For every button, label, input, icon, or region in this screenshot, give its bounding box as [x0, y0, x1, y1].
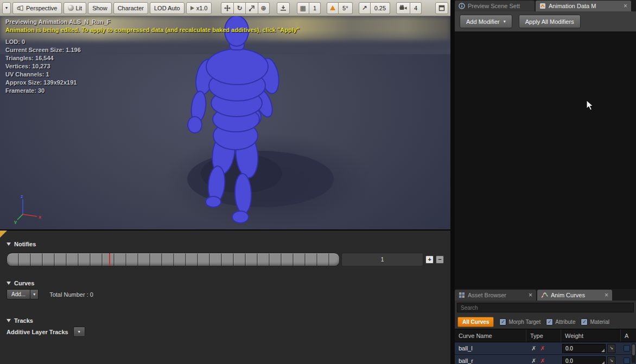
- all-curves-filter-button[interactable]: All Curves: [457, 317, 494, 327]
- morph-target-filter[interactable]: ✓ Morph Target: [499, 318, 540, 325]
- weight-value: 0.0: [565, 346, 573, 352]
- scrollbar-thumb[interactable]: [632, 344, 635, 355]
- animation-editor-window: ▾ Perspective Lit Show Character LOD Aut…: [0, 0, 636, 364]
- column-weight[interactable]: Weight: [561, 329, 621, 342]
- timeline-corner-marker: [0, 231, 7, 238]
- close-icon[interactable]: ×: [529, 292, 532, 298]
- morph-target-checkbox[interactable]: ✓: [499, 318, 506, 325]
- tab-anim-curves[interactable]: Anim Curves ×: [537, 290, 612, 301]
- weight-input[interactable]: 0.0: [562, 356, 606, 364]
- camera-speed-group: 4: [396, 2, 422, 14]
- perspective-icon: [17, 5, 24, 11]
- surface-snap-button[interactable]: [277, 2, 290, 14]
- modifiers-toolbar: Add Modifier ▾ Apply All Modifiers: [455, 11, 636, 32]
- show-button[interactable]: Show: [88, 2, 112, 14]
- curve-row-ball-l[interactable]: ball_l ✗ ✗ 0.0 ↘: [455, 342, 636, 355]
- expander-icon: [7, 319, 11, 322]
- tracks-section-header[interactable]: Tracks: [7, 317, 33, 324]
- add-notify-track-button[interactable]: +: [425, 256, 434, 264]
- info-icon: [459, 3, 465, 9]
- lod-stat: LOD: 0: [5, 38, 300, 46]
- camera-speed-value: 4: [414, 5, 417, 11]
- 3d-viewport[interactable]: z y x Previewing Animation ALS_N_Run_F A…: [0, 16, 450, 230]
- add-curve-button[interactable]: Add...: [7, 289, 30, 299]
- rotation-snap-value-button[interactable]: 5°: [339, 2, 353, 14]
- perspective-button[interactable]: Perspective: [12, 2, 61, 14]
- modifiers-empty-body: [455, 32, 636, 289]
- camera-speed-value-button[interactable]: 4: [410, 2, 422, 14]
- curve-type-cell: ✗ ✗: [526, 358, 561, 364]
- camera-icon: [399, 5, 407, 11]
- table-scrollbar[interactable]: [632, 343, 635, 363]
- play-icon: [190, 6, 194, 10]
- remove-notify-track-button[interactable]: −: [436, 256, 444, 264]
- uv-channels-stat: UV Channels: 1: [5, 71, 300, 79]
- curves-total-label: Total Number : 0: [49, 291, 93, 298]
- triangles-stat: Triangles: 16,544: [5, 54, 300, 62]
- add-modifier-label: Add Modifier: [466, 18, 500, 25]
- scale-snap-value-button[interactable]: 0.25: [371, 2, 390, 14]
- character-label: Character: [118, 5, 144, 11]
- notifies-track-row: 1 + −: [7, 252, 444, 266]
- previewing-animation-text: Previewing Animation ALS_N_Run_F: [5, 18, 300, 26]
- playback-speed-label: x1.0: [196, 5, 208, 11]
- maximize-viewport-button[interactable]: [435, 2, 448, 14]
- weight-input[interactable]: 0.0: [562, 344, 606, 353]
- weight-expand-button[interactable]: ↘: [607, 356, 615, 364]
- lit-button[interactable]: Lit: [63, 2, 87, 14]
- axis-z-label: z: [21, 194, 23, 199]
- column-curve-name[interactable]: Curve Name: [455, 329, 526, 342]
- add-curve-group: Add... ▾: [7, 289, 39, 299]
- auto-checkbox[interactable]: [624, 345, 630, 352]
- viewport-options-button[interactable]: ▾: [2, 2, 11, 14]
- additive-tracks-row: Additive Layer Tracks ▾: [7, 327, 85, 337]
- drag-corner-icon: [601, 361, 605, 364]
- search-input[interactable]: [457, 303, 634, 312]
- curves-section-header[interactable]: Curves: [7, 280, 34, 286]
- rotation-snap-group: 5°: [327, 2, 353, 14]
- tab-animation-data-modifiers[interactable]: Animation Data M ×: [536, 1, 631, 11]
- character-button[interactable]: Character: [113, 2, 148, 14]
- world-coordinate-icon: ⊕: [261, 5, 266, 11]
- transform-tools-group: ↻ ⊕: [221, 2, 269, 14]
- notifies-section-header[interactable]: Notifies: [7, 241, 36, 247]
- close-icon[interactable]: ×: [624, 3, 627, 9]
- column-auto[interactable]: A: [621, 329, 636, 342]
- check-icon: ✓: [501, 320, 505, 324]
- material-checkbox[interactable]: ✓: [581, 318, 588, 325]
- camera-speed-button[interactable]: [396, 2, 410, 14]
- rotate-tool-button[interactable]: ↻: [234, 2, 245, 14]
- apply-all-modifiers-button[interactable]: Apply All Modifiers: [519, 15, 581, 28]
- attribute-filter[interactable]: ✓ Attribute: [546, 318, 575, 325]
- add-curve-dropdown-button[interactable]: ▾: [30, 289, 39, 299]
- playback-speed-button[interactable]: x1.0: [186, 2, 212, 14]
- approx-size-stat: Approx Size: 139x92x191: [5, 79, 300, 87]
- tab-asset-browser[interactable]: Asset Browser ×: [455, 290, 536, 301]
- grid-snap-button[interactable]: ▦: [297, 2, 309, 14]
- rotation-snap-button[interactable]: [327, 2, 339, 14]
- lod-auto-button[interactable]: LOD Auto: [150, 2, 185, 14]
- translate-tool-button[interactable]: [221, 2, 234, 14]
- weight-expand-button[interactable]: ↘: [607, 344, 615, 353]
- add-modifier-button[interactable]: Add Modifier ▾: [460, 15, 512, 28]
- expand-icon: ↘: [609, 359, 613, 363]
- scale-snap-button[interactable]: ↗: [359, 2, 371, 14]
- tab-preview-scene-settings[interactable]: Preview Scene Sett: [455, 1, 535, 11]
- close-icon[interactable]: ×: [605, 292, 608, 298]
- additive-layer-tracks-dropdown[interactable]: ▾: [73, 327, 85, 337]
- column-type[interactable]: Type: [526, 329, 561, 342]
- material-filter[interactable]: ✓ Material: [581, 318, 609, 325]
- scale-tool-button[interactable]: [246, 2, 258, 14]
- bottom-dock-tabbar: Asset Browser × Anim Curves ×: [455, 289, 636, 301]
- auto-checkbox[interactable]: [624, 357, 630, 364]
- grid-snap-value-button[interactable]: 1: [309, 2, 321, 14]
- notifies-track[interactable]: [7, 253, 340, 266]
- grid-snap-icon: ▦: [300, 5, 306, 11]
- attribute-checkbox[interactable]: ✓: [546, 318, 553, 325]
- playhead[interactable]: [109, 253, 110, 266]
- tab-label: Anim Curves: [551, 292, 600, 298]
- material-label: Material: [590, 319, 609, 325]
- material-off-icon: ✗: [540, 346, 545, 352]
- coordinate-system-button[interactable]: ⊕: [258, 2, 270, 14]
- curve-row-ball-r[interactable]: ball_r ✗ ✗ 0.0 ↘: [455, 355, 636, 364]
